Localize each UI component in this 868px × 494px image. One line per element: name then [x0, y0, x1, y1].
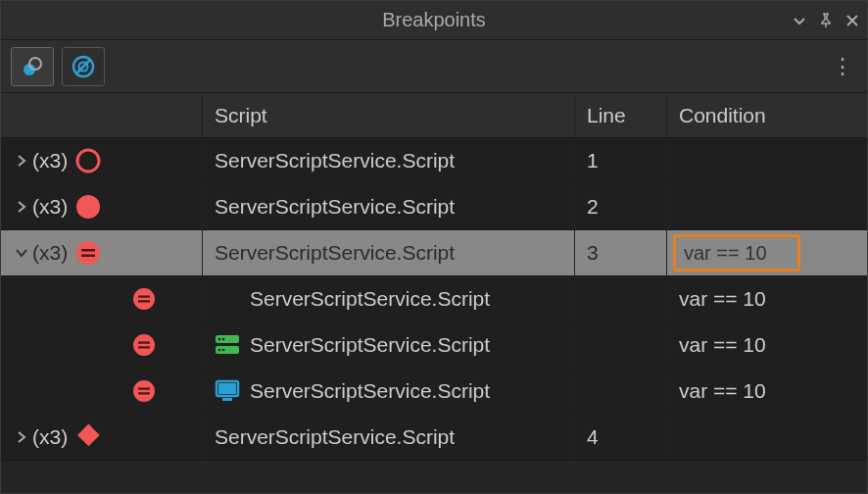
breakpoints-table: Script Line Condition (x3) ServerScriptS… [1, 93, 867, 493]
column-header-script[interactable]: Script [203, 93, 575, 137]
svg-rect-15 [138, 346, 150, 348]
chevron-right-icon[interactable] [13, 430, 30, 444]
svg-rect-14 [138, 342, 150, 344]
close-icon[interactable] [845, 14, 859, 27]
svg-point-7 [76, 241, 100, 265]
conditional-breakpoint-icon [131, 378, 157, 404]
svg-rect-27 [222, 398, 232, 401]
svg-point-10 [133, 288, 155, 310]
titlebar: Breakpoints [1, 1, 867, 40]
logpoint-icon [73, 423, 101, 451]
svg-point-13 [133, 334, 155, 356]
script-name: ServerScriptService.Script [250, 379, 490, 403]
titlebar-controls [793, 1, 859, 39]
table-header: Script Line Condition [1, 93, 867, 138]
table-body: (x3) ServerScriptService.Script 1 (x3) [1, 138, 867, 493]
svg-rect-11 [138, 296, 150, 298]
table-row[interactable]: (x3) ServerScriptService.Script 1 [1, 138, 867, 184]
script-name: ServerScriptService.Script [250, 287, 490, 311]
svg-point-6 [76, 195, 100, 219]
toolbar: ⋮ [1, 40, 867, 93]
table-row[interactable]: ServerScriptService.Script var == 10 [1, 276, 867, 322]
script-name: ServerScriptService.Script [215, 195, 455, 219]
script-name: ServerScriptService.Script [215, 241, 455, 265]
group-count: (x3) [32, 195, 68, 219]
breakpoint-icon [73, 192, 103, 222]
server-icon [215, 334, 240, 356]
line-number: 1 [587, 149, 599, 173]
script-name: ServerScriptService.Script [215, 425, 455, 449]
svg-rect-24 [138, 392, 150, 394]
group-count: (x3) [32, 425, 68, 449]
table-row[interactable]: (x3) ServerScriptService.Script 2 [1, 184, 867, 230]
conditional-breakpoint-icon [73, 238, 103, 268]
pin-icon[interactable] [818, 13, 834, 28]
svg-rect-26 [218, 383, 236, 394]
condition-input[interactable] [673, 234, 800, 272]
chevron-down-icon[interactable] [13, 246, 30, 260]
condition-text: var == 10 [679, 379, 766, 403]
conditional-breakpoint-icon [131, 286, 157, 312]
script-name: ServerScriptService.Script [250, 333, 490, 357]
svg-point-21 [222, 349, 225, 352]
kebab-menu-icon[interactable]: ⋮ [832, 54, 853, 79]
filter-exceptions-button[interactable] [62, 47, 105, 86]
client-icon [215, 379, 240, 403]
group-count: (x3) [32, 149, 68, 173]
table-row[interactable]: ServerScriptService.Script var == 10 [1, 322, 867, 369]
svg-point-5 [77, 150, 99, 172]
condition-text: var == 10 [679, 287, 766, 311]
chevron-right-icon[interactable] [13, 200, 30, 214]
svg-rect-28 [77, 424, 100, 447]
column-header-condition[interactable]: Condition [667, 93, 867, 137]
column-header-line[interactable]: Line [575, 93, 667, 137]
panel-title: Breakpoints [382, 9, 486, 31]
column-header-blank[interactable] [1, 93, 203, 137]
table-row[interactable]: ServerScriptService.Script var == 10 [1, 369, 867, 415]
conditional-breakpoint-icon [131, 332, 157, 358]
svg-point-20 [218, 349, 221, 352]
script-name: ServerScriptService.Script [215, 149, 455, 173]
svg-rect-12 [138, 300, 150, 302]
group-count: (x3) [32, 241, 68, 265]
condition-text: var == 10 [679, 333, 766, 357]
breakpoints-panel: Breakpoints ⋮ [0, 0, 868, 494]
svg-point-22 [133, 380, 155, 402]
breakpoint-icon [73, 146, 103, 175]
svg-rect-23 [138, 388, 150, 390]
line-number: 3 [587, 241, 599, 265]
svg-point-1 [29, 58, 41, 70]
chevron-right-icon[interactable] [13, 154, 30, 168]
table-row[interactable]: (x3) ServerScriptService.Script 3 [1, 230, 867, 276]
table-row[interactable]: (x3) ServerScriptService.Script 4 [1, 415, 867, 461]
line-number: 2 [587, 195, 599, 219]
line-number: 4 [587, 425, 599, 449]
svg-point-18 [218, 338, 221, 341]
filter-all-button[interactable] [11, 47, 54, 86]
svg-rect-8 [81, 249, 95, 252]
svg-point-19 [222, 338, 225, 341]
svg-rect-9 [81, 255, 95, 258]
dropdown-icon[interactable] [793, 14, 806, 27]
